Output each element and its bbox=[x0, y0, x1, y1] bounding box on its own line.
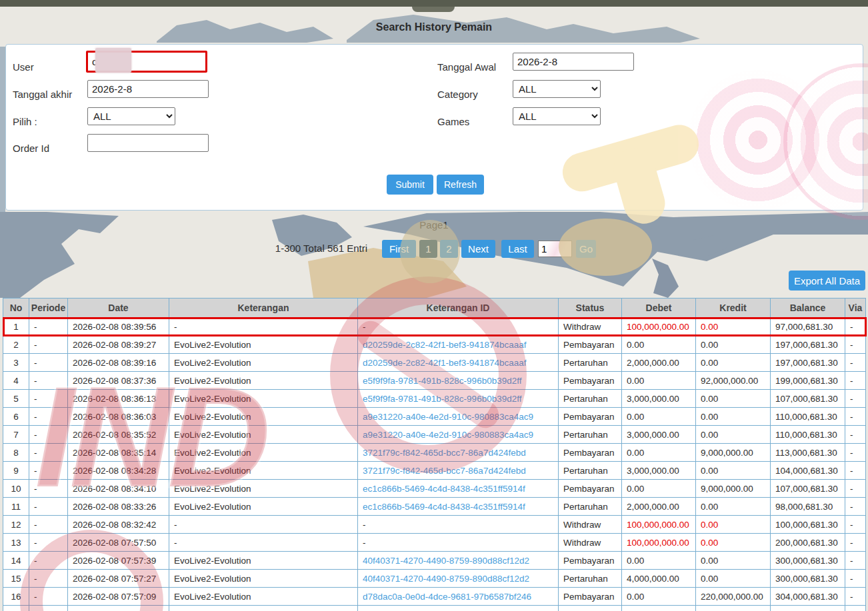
cell-balance: 199,000,681.30 bbox=[771, 372, 845, 390]
cell-keterangan: EvoLive2-Evolution bbox=[169, 354, 358, 372]
cell-status: Pertaruhan bbox=[559, 354, 622, 372]
cell-date: 2026-02-08 07:57:09 bbox=[68, 588, 169, 606]
tanggal-akhir-input[interactable] bbox=[87, 80, 209, 98]
page-1-button[interactable]: 1 bbox=[419, 240, 437, 258]
cell-debet: 3,000,000.00 bbox=[622, 390, 696, 408]
search-form-panel: User Tanggal akhir Pilih : ALL Order Id … bbox=[5, 44, 863, 211]
cell-debet: 100,000,000.00 bbox=[622, 534, 696, 552]
top-bar bbox=[0, 0, 868, 7]
cell-keterangan-id[interactable]: a9e31220-a40e-4e2d-910c-980883ca4ac9 bbox=[358, 426, 559, 444]
cell-keterangan-id: - bbox=[358, 516, 559, 534]
cell-keterangan: EvoLive2-Evolution bbox=[169, 444, 358, 462]
export-all-data-button[interactable]: Export All Data bbox=[789, 271, 865, 291]
search-history-page: Search History Pemain User Tanggal akhir… bbox=[0, 0, 868, 611]
user-value-redaction bbox=[95, 48, 131, 73]
column-header-date: Date bbox=[68, 299, 169, 318]
cell-keterangan-id[interactable]: d20259de-2c82-42f1-bef3-941874bcaaaf bbox=[358, 336, 559, 354]
cell-periode: - bbox=[29, 372, 68, 390]
cell-no: 10 bbox=[3, 480, 29, 498]
cell-date: 2026-02-08 07:57:50 bbox=[68, 534, 169, 552]
cell-status: Pembayaran bbox=[559, 372, 622, 390]
cell-via: - bbox=[845, 318, 866, 336]
cell-empty bbox=[3, 606, 29, 611]
cell-kredit: 0.00 bbox=[696, 552, 771, 570]
cell-keterangan-id[interactable]: d20259de-2c82-42f1-bef3-941874bcaaaf bbox=[358, 354, 559, 372]
cell-via: - bbox=[845, 354, 866, 372]
next-page-button[interactable]: Next bbox=[461, 240, 495, 258]
cell-debet: 0.00 bbox=[622, 408, 696, 426]
first-page-button[interactable]: First bbox=[382, 240, 416, 258]
cell-periode: - bbox=[29, 480, 68, 498]
cell-keterangan: EvoLive2-Evolution bbox=[169, 372, 358, 390]
cell-balance: 300,000,681.30 bbox=[771, 570, 845, 588]
cell-no: 6 bbox=[3, 408, 29, 426]
cell-keterangan-id[interactable]: ec1c866b-5469-4c4d-8438-4c351ff5914f bbox=[358, 498, 559, 516]
page-title: Search History Pemain bbox=[0, 21, 868, 33]
cell-keterangan-id[interactable]: 3721f79c-f842-465d-bcc7-86a7d424febd bbox=[358, 444, 559, 462]
cell-status: Withdraw bbox=[559, 516, 622, 534]
cell-keterangan-id[interactable]: 3721f79c-f842-465d-bcc7-86a7d424febd bbox=[358, 462, 559, 480]
cell-via: - bbox=[845, 534, 866, 552]
cell-no: 11 bbox=[3, 498, 29, 516]
pilih-select[interactable]: ALL bbox=[87, 107, 175, 125]
cell-debet: 0.00 bbox=[622, 588, 696, 606]
go-button[interactable]: Go bbox=[576, 240, 596, 258]
category-label: Category bbox=[437, 89, 478, 100]
refresh-button[interactable]: Refresh bbox=[437, 175, 484, 195]
cell-debet: 0.00 bbox=[622, 372, 696, 390]
cell-date: 2026-02-08 08:35:52 bbox=[68, 426, 169, 444]
cell-keterangan-id[interactable]: e5f9f9fa-9781-491b-828c-996b0b39d2ff bbox=[358, 372, 559, 390]
cell-periode: - bbox=[29, 498, 68, 516]
user-label: User bbox=[13, 61, 34, 73]
cell-empty bbox=[559, 606, 622, 611]
cell-kredit: 0.00 bbox=[696, 318, 771, 336]
cell-via: - bbox=[845, 588, 866, 606]
cell-balance: 110,000,681.30 bbox=[771, 408, 845, 426]
cell-debet: 0.00 bbox=[622, 480, 696, 498]
cell-no: 4 bbox=[3, 372, 29, 390]
cell-periode: - bbox=[29, 552, 68, 570]
cell-keterangan: EvoLive2-Evolution bbox=[169, 426, 358, 444]
cell-keterangan-id[interactable]: 40f40371-4270-4490-8759-890d88cf12d2 bbox=[358, 570, 559, 588]
cell-kredit: 0.00 bbox=[696, 426, 771, 444]
games-select[interactable]: ALL bbox=[513, 107, 601, 125]
cell-keterangan-id[interactable]: ec1c866b-5469-4c4d-8438-4c351ff5914f bbox=[358, 480, 559, 498]
table-row: 2-2026-02-08 08:39:27EvoLive2-Evolutiond… bbox=[3, 336, 866, 354]
cell-empty bbox=[68, 606, 169, 611]
cell-via: - bbox=[845, 444, 866, 462]
cell-keterangan: EvoLive2-Evolution bbox=[169, 462, 358, 480]
cell-periode: - bbox=[29, 462, 68, 480]
column-header-no: No bbox=[3, 299, 29, 318]
cell-balance: 197,000,681.30 bbox=[771, 336, 845, 354]
cell-status: Pembayaran bbox=[559, 408, 622, 426]
cell-kredit: 0.00 bbox=[696, 354, 771, 372]
last-page-button[interactable]: Last bbox=[501, 240, 534, 258]
category-select[interactable]: ALL bbox=[513, 80, 601, 98]
cell-date: 2026-02-08 08:34:28 bbox=[68, 462, 169, 480]
pilih-label: Pilih : bbox=[13, 116, 37, 127]
cell-periode: - bbox=[29, 354, 68, 372]
tanggal-awal-input[interactable] bbox=[513, 53, 634, 71]
order-id-input[interactable] bbox=[87, 134, 209, 152]
cell-status: Pembayaran bbox=[559, 552, 622, 570]
cell-status: Withdraw bbox=[559, 534, 622, 552]
page-2-button[interactable]: 2 bbox=[440, 240, 458, 258]
cell-keterangan: EvoLive2-Evolution bbox=[169, 498, 358, 516]
cell-balance: 107,000,681.30 bbox=[771, 480, 845, 498]
table-row: 3-2026-02-08 08:39:16EvoLive2-Evolutiond… bbox=[3, 354, 866, 372]
submit-button[interactable]: Submit bbox=[387, 175, 433, 195]
cell-empty bbox=[29, 606, 68, 611]
cell-balance: 300,000,681.30 bbox=[771, 552, 845, 570]
games-label: Games bbox=[437, 116, 469, 127]
cell-status: Pembayaran bbox=[559, 444, 622, 462]
cell-periode: - bbox=[29, 426, 68, 444]
cell-keterangan-id[interactable]: e5f9f9fa-9781-491b-828c-996b0b39d2ff bbox=[358, 390, 559, 408]
cell-balance: 197,000,681.30 bbox=[771, 354, 845, 372]
results-range-label: 1-300 Total 561 Entri bbox=[221, 243, 367, 254]
cell-keterangan-id[interactable]: 40f40371-4270-4490-8759-890d88cf12d2 bbox=[358, 552, 559, 570]
cell-keterangan-id[interactable]: a9e31220-a40e-4e2d-910c-980883ca4ac9 bbox=[358, 408, 559, 426]
cell-date: 2026-02-08 08:33:26 bbox=[68, 498, 169, 516]
cell-keterangan-id[interactable]: d78dac0a-0e0d-4dce-9681-97b6587bf246 bbox=[358, 588, 559, 606]
cell-keterangan: EvoLive2-Evolution bbox=[169, 588, 358, 606]
goto-page-input[interactable] bbox=[538, 241, 572, 257]
